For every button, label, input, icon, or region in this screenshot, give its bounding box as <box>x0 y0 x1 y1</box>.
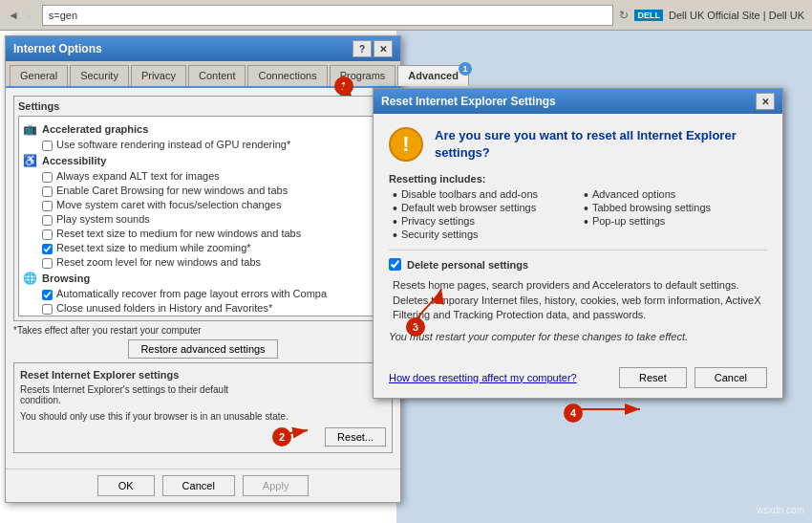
checkbox-caret-browsing[interactable] <box>42 186 53 197</box>
reset-btn-row: Reset... <box>20 427 386 447</box>
checkbox-play-sounds[interactable] <box>42 215 53 226</box>
checkbox-alt-text[interactable] <box>42 172 53 183</box>
internet-options-titlebar: Internet Options ? ✕ <box>6 36 400 61</box>
item-close-folders: Close unused folders in History and Favo… <box>23 301 383 316</box>
accessibility-icon: ♿ <box>23 154 38 167</box>
site-text: Dell UK Official Site | Dell UK <box>669 10 804 21</box>
reset-ie-dialog: Reset Internet Explorer Settings ✕ ! Are… <box>373 88 783 399</box>
annotation-badge-4: 4 <box>564 403 583 423</box>
tab-security[interactable]: Security <box>70 65 129 86</box>
restore-btn-container: Restore advanced settings <box>13 339 393 359</box>
tab-connections[interactable]: Connections <box>247 65 327 86</box>
ok-button[interactable]: OK <box>97 475 155 496</box>
reset-dialog-content: ! Are you sure you want to reset all Int… <box>374 114 782 361</box>
item-reset-text-medium: Reset text size to medium for new window… <box>23 227 383 241</box>
tab-general[interactable]: General <box>10 65 68 86</box>
url-text: s=gen <box>49 10 77 21</box>
dialog-bottom-buttons: OK Cancel Apply <box>6 469 400 502</box>
url-bar[interactable]: s=gen <box>42 5 614 26</box>
includes-item-4: • Security settings <box>393 229 576 242</box>
includes-item-1: • Disable toolbars and add-ons <box>393 188 576 202</box>
browsing-icon: 🌐 <box>23 272 38 285</box>
main-area: Internet Options ? ✕ General Security Pr… <box>0 31 812 523</box>
item-reset-text-zoom: Reset text size to medium while zooming* <box>23 241 383 255</box>
includes-item-5: • Advanced options <box>584 188 767 202</box>
reset-section-title: Reset Internet Explorer settings <box>20 369 386 381</box>
resetting-includes-label: Resetting includes: <box>389 173 767 185</box>
section-accessibility: ♿ Accessibility <box>23 152 383 169</box>
reset-dialog-header: ! Are you sure you want to reset all Int… <box>389 127 767 162</box>
reset-section-desc1: Resets Internet Explorer's settings to t… <box>20 384 386 405</box>
reset-includes-grid: • Disable toolbars and add-ons • Default… <box>389 188 767 242</box>
reset-dialog-bottom: How does resetting affect my computer? R… <box>374 361 782 398</box>
cancel-button[interactable]: Cancel <box>162 475 235 496</box>
includes-col2: • Advanced options • Tabbed browsing set… <box>584 188 767 242</box>
reset-question: Are you sure you want to reset all Inter… <box>435 127 767 162</box>
divider <box>389 250 767 251</box>
dialog-content: Settings 📺 Accelerated graphics Use soft… <box>6 88 400 469</box>
item-play-sounds: Play system sounds <box>23 212 383 227</box>
warning-icon: ! <box>389 127 423 162</box>
checkbox-auto-recover[interactable] <box>42 290 53 300</box>
includes-item-2: • Default web browser settings <box>393 202 576 215</box>
item-caret-browsing: Enable Caret Browsing for new windows an… <box>23 184 383 198</box>
item-auto-recover: Automatically recover from page layout e… <box>23 287 383 301</box>
reset-action-button[interactable]: Reset <box>619 367 687 388</box>
internet-options-dialog: Internet Options ? ✕ General Security Pr… <box>5 35 401 503</box>
tab-advanced[interactable]: Advanced 1 <box>397 65 469 86</box>
section-browsing: 🌐 Browsing <box>23 270 383 287</box>
includes-item-3: • Privacy settings <box>393 215 576 229</box>
apply-button[interactable]: Apply <box>243 475 310 496</box>
restart-note: *Takes effect after you restart your com… <box>13 325 393 336</box>
annotation-badge-3: 3 <box>406 317 425 337</box>
restart-note2: You must restart your computer for these… <box>389 331 767 342</box>
close-button[interactable]: ✕ <box>374 40 393 57</box>
reset-ellipsis-button[interactable]: Reset... <box>325 427 386 447</box>
section-accelerated: 📺 Accelerated graphics <box>23 120 383 138</box>
title-bar-controls: ? ✕ <box>353 40 393 57</box>
tab-privacy[interactable]: Privacy <box>131 65 186 86</box>
help-button[interactable]: ? <box>353 40 372 57</box>
reset-ie-section: Reset Internet Explorer settings Resets … <box>13 362 393 453</box>
accelerated-icon: 📺 <box>23 122 38 136</box>
delete-personal-checkbox[interactable] <box>389 258 401 271</box>
reset-dialog-close[interactable]: ✕ <box>756 93 775 110</box>
checkbox-close-folders[interactable] <box>42 304 53 315</box>
reset-dialog-action-btns: Reset Cancel <box>619 367 767 388</box>
checkbox-reset-text-medium[interactable] <box>42 229 53 240</box>
item-system-caret: Move system caret with focus/selection c… <box>23 198 383 212</box>
annotation-badge-2: 2 <box>272 427 291 447</box>
settings-group: Settings 📺 Accelerated graphics Use soft… <box>13 96 393 321</box>
watermark: wsxdn.com <box>757 505 804 515</box>
reset-cancel-button[interactable]: Cancel <box>694 367 767 388</box>
reset-dialog-titlebar: Reset Internet Explorer Settings ✕ <box>374 89 782 114</box>
dell-icon: DELL <box>634 10 663 21</box>
checkbox-software-rendering[interactable] <box>42 141 53 151</box>
tab-badge-1: 1 <box>459 62 472 76</box>
includes-item-6: • Tabbed browsing settings <box>584 202 767 215</box>
tab-content[interactable]: Content <box>188 65 246 86</box>
checkbox-system-caret[interactable] <box>42 201 53 211</box>
internet-options-title: Internet Options <box>13 42 353 55</box>
restore-advanced-button[interactable]: Restore advanced settings <box>128 339 277 359</box>
reset-dialog-title-text: Reset Internet Explorer Settings <box>381 95 556 108</box>
checkbox-reset-text-zoom[interactable] <box>42 244 53 254</box>
reset-includes-section: Resetting includes: • Disable toolbars a… <box>389 173 767 242</box>
refresh-icon[interactable]: ↻ <box>619 9 629 22</box>
settings-label: Settings <box>18 100 388 112</box>
annotation-badge-1: 1 <box>334 76 353 96</box>
includes-col1: • Disable toolbars and add-ons • Default… <box>393 188 576 242</box>
item-software-rendering: Use software rendering instead of GPU re… <box>23 138 383 152</box>
browser-back[interactable]: ◄ <box>8 9 19 22</box>
delete-personal-label: Delete personal settings <box>407 259 528 271</box>
delete-personal-desc: Resets home pages, search providers and … <box>389 278 767 322</box>
reset-link[interactable]: How does resetting affect my computer? <box>389 372 577 383</box>
includes-item-7: • Pop-up settings <box>584 215 767 229</box>
browser-bar: ◄ ► s=gen ↻ DELL Dell UK Official Site |… <box>0 0 812 31</box>
reset-section-desc3: You should only use this if your browser… <box>20 411 386 422</box>
settings-list[interactable]: 📺 Accelerated graphics Use software rend… <box>18 116 388 316</box>
item-reset-zoom: Reset zoom level for new windows and tab… <box>23 255 383 270</box>
browser-forward[interactable]: ► <box>25 9 36 22</box>
delete-personal-row: Delete personal settings <box>389 258 767 271</box>
checkbox-reset-zoom[interactable] <box>42 258 53 269</box>
